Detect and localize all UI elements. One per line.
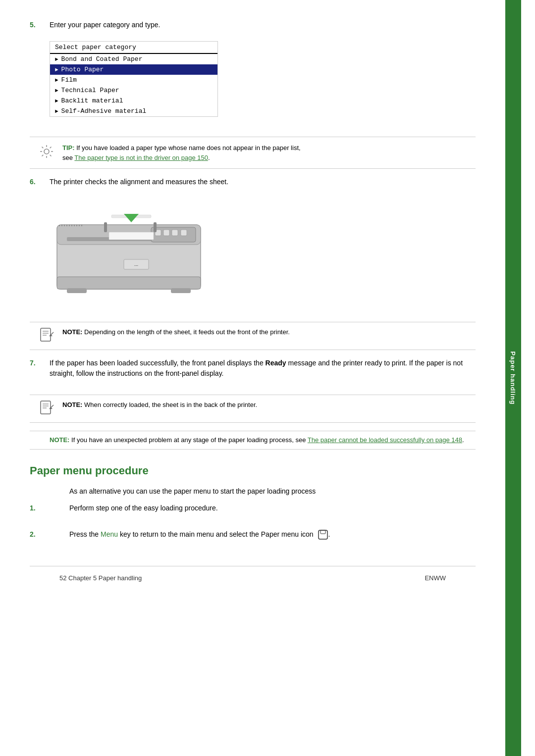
section-step-1-text: Perform step one of the easy loading pro… <box>69 503 476 513</box>
tip-label: TIP: <box>62 144 75 151</box>
svg-rect-34 <box>154 222 157 232</box>
menu-item-bond-label: Bond and Coated Paper <box>61 55 143 63</box>
note-2-text: When correctly loaded, the sheet is in t… <box>84 401 257 408</box>
svg-rect-49 <box>319 530 327 539</box>
step-5-text: Enter your paper category and type. <box>50 20 476 30</box>
section-step-1-content: Perform step one of the easy loading pro… <box>69 503 476 519</box>
tip-box: TIP: If you have loaded a paper type who… <box>30 137 476 169</box>
menu-item-selfadhesive[interactable]: ► Self-Adhesive material <box>50 106 217 116</box>
svg-rect-33 <box>104 222 107 232</box>
section-step-2-content: Press the Menu key to return to the main… <box>69 529 476 546</box>
menu-arrow-technical: ► <box>55 88 58 94</box>
section-heading: Paper menu procedure <box>30 464 476 479</box>
menu-item-technical[interactable]: ► Technical Paper <box>50 85 217 96</box>
step-7-text: If the paper has been loaded successfull… <box>50 358 476 379</box>
note-icon-1 <box>38 327 55 345</box>
menu-item-film-label: Film <box>61 76 77 84</box>
note-box-3: NOTE: If you have an unexpected problem … <box>30 431 476 450</box>
section-step-2: 2. Press the Menu key to return to the m… <box>30 529 476 546</box>
note-box-1: NOTE: Depending on the length of the she… <box>30 322 476 350</box>
menu-arrow-backlit: ► <box>55 98 58 104</box>
note-3-text: If you have an unexpected problem at any… <box>71 436 308 444</box>
tip-period: . <box>208 154 210 161</box>
menu-arrow-photo: ► <box>55 67 58 73</box>
svg-point-0 <box>44 149 49 154</box>
note-2-label: NOTE: <box>62 401 82 408</box>
menu-arrow-selfadhesive: ► <box>55 108 58 114</box>
menu-keyword: Menu <box>101 530 118 538</box>
section-step-2-text: Press the Menu key to return to the main… <box>69 529 476 540</box>
step-6-content: The printer checks the alignment and mea… <box>50 177 476 312</box>
note-3-link[interactable]: The paper cannot be loaded successfully … <box>308 436 462 444</box>
menu-item-photo[interactable]: ► Photo Paper <box>50 64 217 75</box>
svg-rect-43 <box>41 401 51 414</box>
svg-rect-50 <box>321 530 325 534</box>
svg-line-5 <box>42 147 44 149</box>
note-1-text: Depending on the length of the sheet, it… <box>84 328 290 336</box>
step-6-text: The printer checks the alignment and mea… <box>50 177 476 187</box>
svg-rect-14 <box>163 230 169 236</box>
section-step-1: 1. Perform step one of the easy loading … <box>30 503 476 519</box>
printer-illustration: --- <box>50 195 208 304</box>
note-3-content: NOTE: If you have an unexpected problem … <box>50 435 464 445</box>
menu-item-film[interactable]: ► Film <box>50 75 217 85</box>
ready-label: Ready <box>266 359 286 367</box>
tip-link[interactable]: The paper type is not in the driver on p… <box>74 154 208 161</box>
svg-line-8 <box>42 155 44 156</box>
menu-item-backlit-label: Backlit material <box>61 97 123 104</box>
menu-item-backlit[interactable]: ► Backlit material <box>50 96 217 106</box>
svg-line-6 <box>50 155 52 156</box>
note-box-2: NOTE: When correctly loaded, the sheet i… <box>30 395 476 423</box>
step-7-content: If the paper has been loaded successfull… <box>50 358 476 385</box>
side-tab-label: Paper handling <box>510 352 517 405</box>
note-3-label: NOTE: <box>50 436 69 444</box>
step-number-7: 7. <box>30 358 50 367</box>
svg-rect-19 <box>171 288 191 293</box>
menu-arrow-bond: ► <box>55 56 58 62</box>
svg-rect-22 <box>109 232 154 240</box>
svg-rect-15 <box>172 230 178 236</box>
page-footer: 52 Chapter 5 Paper handling ENWW <box>30 566 476 590</box>
note-1-content: NOTE: Depending on the length of the she… <box>62 327 290 337</box>
step-6: 6. The printer checks the alignment and … <box>30 177 476 312</box>
section-step-number-2: 2. <box>30 529 69 538</box>
svg-marker-21 <box>124 214 139 222</box>
side-tab: Paper handling <box>505 0 521 756</box>
section-intro: As an alternative you can use the paper … <box>69 487 476 495</box>
svg-line-7 <box>50 147 52 149</box>
note-3-period: . <box>462 436 464 444</box>
svg-rect-16 <box>181 230 187 236</box>
tip-text: If you have loaded a paper type whose na… <box>76 144 300 151</box>
step-7: 7. If the paper has been loaded successf… <box>30 358 476 385</box>
svg-text:---: --- <box>134 263 138 267</box>
footer-left: 52 Chapter 5 Paper handling <box>59 574 142 582</box>
menu-item-selfadhesive-label: Self-Adhesive material <box>61 107 147 115</box>
tip-content: TIP: If you have loaded a paper type who… <box>62 143 301 162</box>
note-2-content: NOTE: When correctly loaded, the sheet i… <box>62 400 257 410</box>
svg-rect-17 <box>57 277 201 289</box>
menu-item-photo-label: Photo Paper <box>61 66 104 73</box>
svg-rect-18 <box>67 288 87 293</box>
step-5-content: Enter your paper category and type. Sele… <box>50 20 476 127</box>
step-5: 5. Enter your paper category and type. S… <box>30 20 476 127</box>
section-step-number-1: 1. <box>30 503 69 512</box>
step-number-6: 6. <box>30 177 50 186</box>
menu-header: Select paper category <box>50 42 217 54</box>
menu-arrow-film: ► <box>55 77 58 83</box>
tip-icon <box>38 143 55 162</box>
svg-rect-37 <box>41 328 51 341</box>
menu-item-technical-label: Technical Paper <box>61 87 119 94</box>
footer-right: ENWW <box>425 574 446 582</box>
menu-item-bond[interactable]: ► Bond and Coated Paper <box>50 54 217 64</box>
note-1-label: NOTE: <box>62 328 82 336</box>
paper-category-menu[interactable]: Select paper category ► Bond and Coated … <box>50 41 218 117</box>
note-icon-2 <box>38 400 55 417</box>
step-number-5: 5. <box>30 20 50 29</box>
tip-see-prefix: see <box>62 154 74 161</box>
